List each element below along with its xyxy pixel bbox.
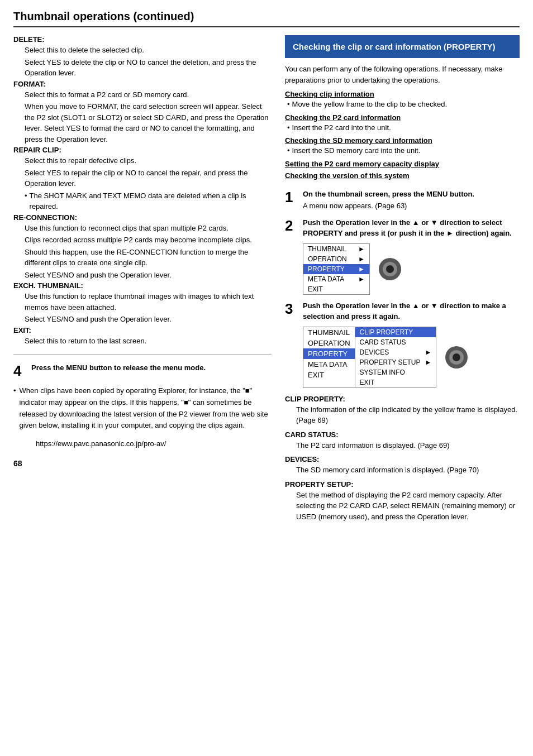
reconnection-section: RE-CONNECTION: Use this function to reco… [13, 213, 272, 281]
check-item-3-label: Setting the P2 card memory capacity disp… [285, 160, 520, 168]
repair-clip-bullet-1: The SHOT MARK and TEXT MEMO data are del… [25, 190, 272, 212]
check-item-1: Checking the P2 card information Insert … [285, 113, 520, 133]
step2-menu-item-0: THUMBNAIL ► [303, 244, 369, 254]
step2-menu-arrow-2: ► [358, 265, 365, 273]
exch-thumbnail-text-1: Use this function to replace thumbnail i… [25, 291, 272, 313]
step3-title: Push the Operation lever in the ▲ or ▼ d… [303, 300, 520, 322]
step3-menu-combined: THUMBNAIL OPERATION PROPERTY META DATA [303, 327, 436, 388]
right-column: Checking the clip or card information (P… [285, 35, 520, 522]
step2-menu: THUMBNAIL ► OPERATION ► PROPERTY ► [303, 243, 370, 295]
exch-thumbnail-section: EXCH. THUMBNAIL: Use this function to re… [13, 281, 272, 325]
divider [13, 354, 272, 355]
right-intro: You can perform any of the following ope… [285, 64, 520, 85]
delete-label: DELETE: [13, 35, 272, 44]
step3-left-item-0: THUMBNAIL [303, 327, 355, 338]
format-text-2: When you move to FORMAT, the card select… [25, 101, 272, 145]
clip-prop-item-1: CARD STATUS: The P2 card information is … [285, 430, 520, 451]
note-bullet-1: When clips have been copied by operating… [13, 385, 272, 432]
joystick-icon-step3 [444, 345, 469, 370]
clip-prop-item-0: CLIP PROPERTY: The information of the cl… [285, 395, 520, 426]
delete-section: DELETE: Select this to delete the select… [13, 35, 272, 79]
reconnection-text-2: Clips recorded across multiple P2 cards … [25, 235, 272, 246]
step1-desc: A menu now appears. (Page 63) [303, 200, 474, 212]
step1-content: On the thumbnail screen, press the MENU … [303, 189, 474, 212]
step3-row: 3 Push the Operation lever in the ▲ or ▼… [285, 300, 520, 388]
step2-visual: THUMBNAIL ► OPERATION ► PROPERTY ► [303, 243, 520, 295]
step2-menu-arrow-3: ► [358, 275, 365, 283]
right-header-text: Checking the clip or card information (P… [293, 42, 496, 51]
step3-left-item-2: PROPERTY [303, 348, 355, 359]
check-item-4: Checking the version of this system [285, 171, 520, 180]
clip-prop-text-0: The information of the clip indicated by… [296, 404, 520, 426]
step1-row: 1 On the thumbnail screen, press the MEN… [285, 189, 520, 212]
step4-content: Press the MENU button to release the men… [31, 362, 272, 380]
step2-menu-label-0: THUMBNAIL [308, 245, 346, 253]
svg-point-5 [453, 353, 460, 361]
page: Thumbnail operations (continued) DELETE:… [0, 0, 533, 756]
exit-section: EXIT: Select this to return to the last … [13, 326, 272, 347]
step2-title: Push the Operation lever in the ▲ or ▼ d… [303, 217, 520, 239]
joystick-icon-step2 [378, 257, 402, 281]
step3-visual: THUMBNAIL OPERATION PROPERTY META DATA [303, 327, 520, 388]
check-item-2-bullet: Insert the SD memory card into the unit. [287, 145, 520, 156]
exch-thumbnail-text-2: Select YES/NO and push the Operation lev… [25, 314, 272, 325]
check-item-0: Checking clip information Move the yello… [285, 90, 520, 110]
step3-right-item-5: EXIT [355, 377, 436, 387]
clip-prop-text-2: The SD memory card information is displa… [296, 465, 520, 476]
clip-prop-label-3: PROPERTY SETUP: [285, 480, 520, 489]
step1-num-col: 1 [285, 189, 297, 212]
check-item-2-label: Checking the SD memory card information [285, 136, 520, 145]
left-column: DELETE: Select this to delete the select… [13, 35, 272, 522]
step2-menu-label-3: META DATA [308, 275, 344, 283]
step2-menu-item-2: PROPERTY ► [303, 264, 369, 274]
step3-left-menu: THUMBNAIL OPERATION PROPERTY META DATA [303, 327, 355, 387]
reconnection-text-1: Use this function to reconnect clips tha… [25, 223, 272, 234]
repair-clip-section: REPAIR CLIP: Select this to repair defec… [13, 146, 272, 212]
clip-prop-label-2: DEVICES: [285, 455, 520, 463]
step2-menu-arrow-1: ► [358, 255, 365, 263]
repair-clip-text-2: Select YES to repair the clip or NO to c… [25, 168, 272, 189]
format-text-1: Select this to format a P2 card or SD me… [25, 89, 272, 101]
url-line: https://eww.pavc.panasonic.co.jp/pro-av/ [36, 439, 272, 448]
step3-right-item-2: DEVICES► [355, 347, 436, 357]
delete-text-2: Select YES to delete the clip or NO to c… [25, 57, 272, 79]
clip-prop-text-1: The P2 card information is displayed. (P… [296, 440, 520, 451]
step3-left-item-3: META DATA [303, 359, 355, 370]
step1-title: On the thumbnail screen, press the MENU … [303, 189, 474, 200]
step4-title: Press the MENU button to release the men… [31, 362, 272, 374]
svg-point-2 [386, 265, 394, 273]
step2-num-col: 2 [285, 217, 297, 295]
check-item-4-label: Checking the version of this system [285, 171, 520, 180]
clip-prop-item-2: DEVICES: The SD memory card information … [285, 455, 520, 476]
step4-block: 4 Press the MENU button to release the m… [13, 362, 272, 380]
exch-thumbnail-label: EXCH. THUMBNAIL: [13, 281, 272, 290]
step3-number: 3 [285, 300, 293, 317]
delete-text-1: Select this to delete the selected clip. [25, 45, 272, 56]
step1-number: 1 [285, 189, 293, 205]
check-item-0-label: Checking clip information [285, 90, 520, 98]
clip-prop-label-0: CLIP PROPERTY: [285, 395, 520, 403]
page-title: Thumbnail operations (continued) [13, 10, 520, 27]
step4-number: 4 [13, 362, 26, 380]
repair-clip-label: REPAIR CLIP: [13, 146, 272, 154]
repair-clip-text-1: Select this to repair defective clips. [25, 155, 272, 166]
bottom-note: When clips have been copied by operating… [13, 385, 272, 432]
exit-label: EXIT: [13, 326, 272, 334]
step3-num-col: 3 [285, 300, 297, 388]
step3-content: Push the Operation lever in the ▲ or ▼ d… [303, 300, 520, 388]
step2-menu-item-4: EXIT [303, 284, 369, 294]
step2-menu-label-2: PROPERTY [308, 265, 345, 273]
clip-prop-label-1: CARD STATUS: [285, 430, 520, 439]
step3-right-item-0: CLIP PROPERTY [355, 327, 436, 337]
step2-menu-item-1: OPERATION ► [303, 254, 369, 264]
main-layout: DELETE: Select this to delete the select… [13, 35, 520, 522]
step3-right-item-4: SYSTEM INFO [355, 367, 436, 377]
step2-menu-item-3: META DATA ► [303, 274, 369, 284]
check-item-2: Checking the SD memory card information … [285, 136, 520, 156]
right-header-box: Checking the clip or card information (P… [285, 35, 520, 58]
step2-row: 2 Push the Operation lever in the ▲ or ▼… [285, 217, 520, 295]
step2-menu-label-1: OPERATION [308, 255, 347, 263]
step3-right-item-3: PROPERTY SETUP► [355, 357, 436, 367]
step3-right-item-1: CARD STATUS [355, 337, 436, 347]
page-footer: 68 [13, 459, 272, 468]
